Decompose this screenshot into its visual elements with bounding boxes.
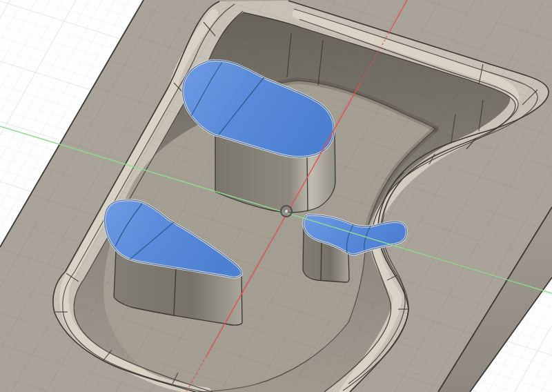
origin-center-dot: [285, 210, 288, 213]
origin-marker[interactable]: [281, 206, 292, 217]
cad-canvas[interactable]: [0, 0, 552, 392]
model-scene: [0, 0, 552, 392]
